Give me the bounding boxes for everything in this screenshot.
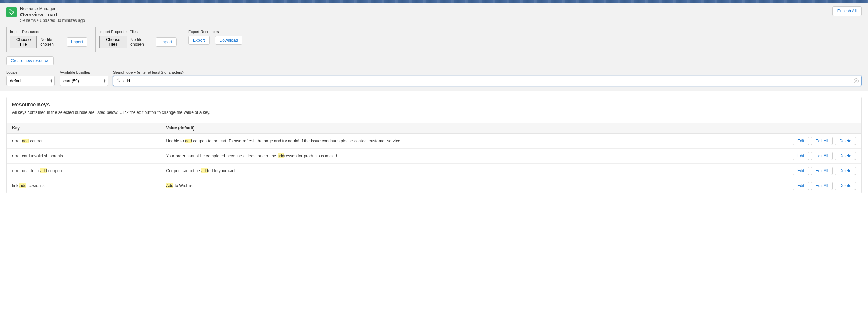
locale-label: Locale xyxy=(6,70,55,74)
table-row: error.add.couponUnable to add coupon to … xyxy=(7,134,861,149)
decorative-topbar xyxy=(0,0,868,3)
search-label: Search query (enter at least 2 character… xyxy=(113,70,862,74)
header-area: Resource Manager Overview - cart 59 item… xyxy=(0,3,868,91)
delete-button[interactable]: Delete xyxy=(835,182,856,190)
table-row: error.card.invalid.shipmentsYour order c… xyxy=(7,149,861,164)
resource-keys-panel: Resource Keys All keys contained in the … xyxy=(6,97,862,193)
export-resources-legend: Export Resources xyxy=(188,30,242,34)
import-resources-legend: Import Resources xyxy=(10,30,87,34)
svg-point-0 xyxy=(10,11,11,11)
edit-button[interactable]: Edit xyxy=(793,137,809,145)
value-cell: Coupon cannot be added to your cart xyxy=(161,164,785,178)
delete-button[interactable]: Delete xyxy=(835,152,856,160)
page-meta: 59 items • Updated 30 minutes ago xyxy=(20,18,85,23)
key-cell: error.add.coupon xyxy=(7,134,161,149)
key-cell: error.card.invalid.shipments xyxy=(7,149,161,164)
edit-all-button[interactable]: Edit All xyxy=(811,167,833,175)
resource-keys-desc: All keys contained in the selected bundl… xyxy=(12,110,856,115)
delete-button[interactable]: Delete xyxy=(835,137,856,145)
choose-files-button[interactable]: Choose Files xyxy=(99,36,127,48)
resource-keys-title: Resource Keys xyxy=(12,101,856,107)
edit-button[interactable]: Edit xyxy=(793,152,809,160)
no-file-label: No file chosen xyxy=(40,37,63,47)
search-input[interactable] xyxy=(113,76,862,86)
table-row: link.add.to.wishlistAdd to WishlistEditE… xyxy=(7,178,861,193)
create-new-resource-button[interactable]: Create new resource xyxy=(6,56,54,65)
export-resources-box: Export Resources Export Download xyxy=(185,27,246,52)
import-resources-button[interactable]: Import xyxy=(67,37,87,47)
svg-line-2 xyxy=(119,81,120,82)
key-cell: link.add.to.wishlist xyxy=(7,178,161,193)
bundles-select[interactable] xyxy=(60,76,108,86)
edit-button[interactable]: Edit xyxy=(793,167,809,175)
import-properties-legend: Import Properties Files xyxy=(99,30,177,34)
import-properties-button[interactable]: Import xyxy=(156,37,177,47)
table-row: error.unable.to.add.couponCoupon cannot … xyxy=(7,164,861,178)
import-properties-box: Import Properties Files Choose Files No … xyxy=(95,27,180,52)
edit-button[interactable]: Edit xyxy=(793,182,809,190)
value-cell: Add to Wishlist xyxy=(161,178,785,193)
col-header-value: Value (default) xyxy=(161,123,785,134)
page-title: Overview - cart xyxy=(20,11,85,17)
value-cell: Unable to add coupon to the cart. Please… xyxy=(161,134,785,149)
col-header-key: Key xyxy=(7,123,161,134)
breadcrumb: Resource Manager xyxy=(20,6,85,11)
import-resources-box: Import Resources Choose File No file cho… xyxy=(6,27,91,52)
choose-file-button[interactable]: Choose File xyxy=(10,36,37,48)
publish-all-button[interactable]: Publish All xyxy=(832,6,862,16)
key-cell: error.unable.to.add.coupon xyxy=(7,164,161,178)
locale-select[interactable] xyxy=(6,76,55,86)
bundles-label: Available Bundles xyxy=(60,70,108,74)
tag-icon xyxy=(6,7,17,17)
delete-button[interactable]: Delete xyxy=(835,167,856,175)
clear-search-icon[interactable]: ✕ xyxy=(854,78,859,83)
edit-all-button[interactable]: Edit All xyxy=(811,137,833,145)
download-button[interactable]: Download xyxy=(215,36,242,45)
search-icon xyxy=(116,78,121,84)
no-file-label-2: No file chosen xyxy=(130,37,152,47)
svg-point-1 xyxy=(117,79,119,81)
export-button[interactable]: Export xyxy=(188,36,210,45)
value-cell: Your order cannot be completed because a… xyxy=(161,149,785,164)
resource-keys-table: Key Value (default) error.add.couponUnab… xyxy=(7,123,861,193)
edit-all-button[interactable]: Edit All xyxy=(811,182,833,190)
edit-all-button[interactable]: Edit All xyxy=(811,152,833,160)
